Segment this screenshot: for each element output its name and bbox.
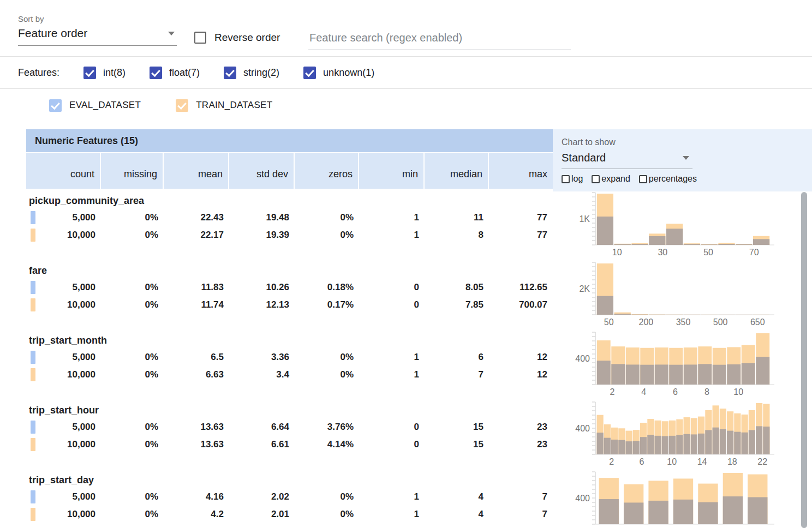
stat-max: 12 (489, 369, 553, 380)
dataset-label: TRAIN_DATASET (196, 100, 272, 111)
checkbox-checked-icon[interactable] (224, 67, 236, 79)
stat-missing: 0% (101, 299, 164, 310)
stat-zeros: 0% (295, 509, 359, 520)
stat-std-dev: 6.64 (229, 422, 295, 433)
stat-count: 5,000 (26, 282, 101, 293)
dataset-toggle-train[interactable]: TRAIN_DATASET (176, 99, 272, 112)
stat-max: 23 (489, 422, 553, 433)
stat-max: 77 (489, 230, 553, 241)
stat-mean: 4.16 (164, 491, 229, 502)
column-header-std-dev: std dev (229, 153, 294, 189)
stat-mean: 6.5 (164, 352, 229, 363)
sort-by-select[interactable]: Feature order (18, 25, 177, 46)
feature-type-filter-string[interactable]: string(2) (224, 67, 279, 79)
dataset-swatch-train (31, 298, 35, 311)
feature-type-filter-unknown[interactable]: unknown(1) (303, 67, 374, 79)
column-header-zeros: zeros (295, 153, 358, 189)
stat-count: 10,000 (26, 369, 101, 380)
checkbox-unchecked-icon[interactable] (639, 175, 647, 183)
feature-name: trip_start_hour (26, 402, 553, 418)
stat-zeros: 0% (295, 369, 359, 380)
stat-missing: 0% (101, 282, 164, 293)
chart-option-label: percentages (649, 174, 697, 184)
checkbox-checked-icon[interactable] (303, 67, 316, 79)
chart-option-expand[interactable]: expand (592, 174, 630, 184)
stat-count: 5,000 (26, 422, 101, 433)
stat-count: 5,000 (26, 352, 101, 363)
stat-std-dev: 19.39 (229, 230, 295, 241)
feature-block-trip_start_hour: trip_start_hour5,0000%13.636.643.76%0152… (26, 399, 553, 469)
filter-label: int(8) (103, 67, 126, 79)
stat-mean: 4.2 (164, 509, 229, 520)
stat-max: 12 (489, 352, 553, 363)
stat-count: 10,000 (26, 439, 101, 450)
feature-type-filter-int[interactable]: int(8) (83, 67, 126, 79)
chart-type-select[interactable]: Standard (562, 147, 692, 169)
checkbox-unchecked-icon[interactable] (592, 175, 600, 183)
stat-min: 1 (359, 509, 425, 520)
stat-min: 0 (359, 422, 425, 433)
dataset-swatch-eval (31, 490, 35, 503)
stat-std-dev: 12.13 (229, 299, 295, 310)
stat-min: 1 (359, 230, 425, 241)
stat-count: 5,000 (26, 212, 101, 223)
stat-median: 11 (425, 212, 489, 223)
reverse-order-checkbox[interactable] (194, 32, 206, 44)
histogram-trip_start_day[interactable]: 400 (562, 467, 781, 528)
feature-search-input[interactable] (308, 28, 571, 50)
stats-row-train: 10,0000%4.22.010%147 (26, 506, 553, 523)
checkbox-checked-icon[interactable] (150, 67, 162, 79)
stat-min: 0 (359, 299, 425, 310)
dataset-toggle-eval[interactable]: EVAL_DATASET (49, 99, 141, 112)
feature-block-fare: fare5,0000%11.8310.260.18%08.05112.6510,… (26, 260, 553, 329)
stat-median: 8 (425, 230, 489, 241)
column-header-min: min (359, 153, 423, 189)
stat-std-dev: 6.61 (229, 439, 295, 450)
chart-option-percentages[interactable]: percentages (639, 174, 697, 184)
svg-text:14: 14 (697, 457, 707, 466)
histogram-pickup_community_area[interactable]: 1K10305070 (562, 188, 781, 258)
feature-type-filter-float[interactable]: float(7) (150, 67, 200, 79)
histogram-trip_start_month[interactable]: 400246810 (562, 328, 781, 398)
histogram-fare[interactable]: 2K50200350500650 (562, 258, 781, 328)
stats-row-eval: 5,0000%13.636.643.76%01523 (26, 418, 553, 436)
svg-text:350: 350 (676, 317, 691, 327)
stats-row-eval: 5,0000%6.53.360%1612 (26, 349, 553, 366)
column-header-mean: mean (164, 153, 228, 189)
svg-text:30: 30 (658, 248, 667, 257)
reverse-order-group: Reverse order (194, 32, 280, 44)
feature-type-filter-row: Features: int(8)float(7)string(2)unknown… (0, 57, 812, 88)
chart-option-checkboxes: logexpandpercentages (562, 174, 812, 184)
checkbox-unchecked-icon[interactable] (562, 175, 570, 183)
histogram-svg: 4002610141822 (562, 398, 781, 467)
histogram-svg: 400246810 (562, 328, 781, 398)
stats-row-eval: 5,0000%22.4319.480%11177 (26, 209, 553, 226)
facets-overview-page: Sort by Feature order Reverse order Feat… (0, 0, 812, 528)
chart-panel: Chart to show Standard logexpandpercenta… (553, 129, 812, 191)
toolbar: Sort by Feature order Reverse order (0, 0, 812, 56)
feature-name: trip_start_month (26, 332, 553, 349)
svg-text:50: 50 (604, 317, 614, 327)
checkbox-checked-icon[interactable] (176, 99, 188, 112)
filter-label: float(7) (169, 67, 200, 79)
filter-label: string(2) (243, 67, 279, 79)
svg-text:2: 2 (609, 457, 614, 466)
chart-option-log[interactable]: log (562, 174, 583, 184)
chart-type-value: Standard (562, 152, 606, 164)
svg-text:1K: 1K (579, 214, 590, 224)
stat-median: 15 (425, 422, 489, 433)
stats-row-train: 10,0000%13.636.614.14%01523 (26, 436, 553, 453)
stats-row-eval: 5,0000%11.8310.260.18%08.05112.65 (26, 279, 553, 296)
sort-by-label: Sort by (18, 14, 177, 23)
charts-column: 1K103050702K5020035050065040024681040026… (562, 188, 781, 528)
feature-block-pickup_community_area: pickup_community_area5,0000%22.4319.480%… (26, 190, 553, 260)
stat-zeros: 0% (295, 352, 359, 363)
checkbox-checked-icon[interactable] (49, 99, 62, 112)
feature-table-body: pickup_community_area5,0000%22.4319.480%… (26, 190, 553, 528)
dataset-swatch-eval (31, 421, 35, 434)
vertical-scrollbar[interactable] (801, 192, 807, 528)
histogram-trip_start_hour[interactable]: 4002610141822 (562, 398, 781, 467)
feature-name: pickup_community_area (26, 193, 553, 209)
checkbox-checked-icon[interactable] (83, 67, 96, 79)
svg-text:8: 8 (704, 387, 709, 397)
